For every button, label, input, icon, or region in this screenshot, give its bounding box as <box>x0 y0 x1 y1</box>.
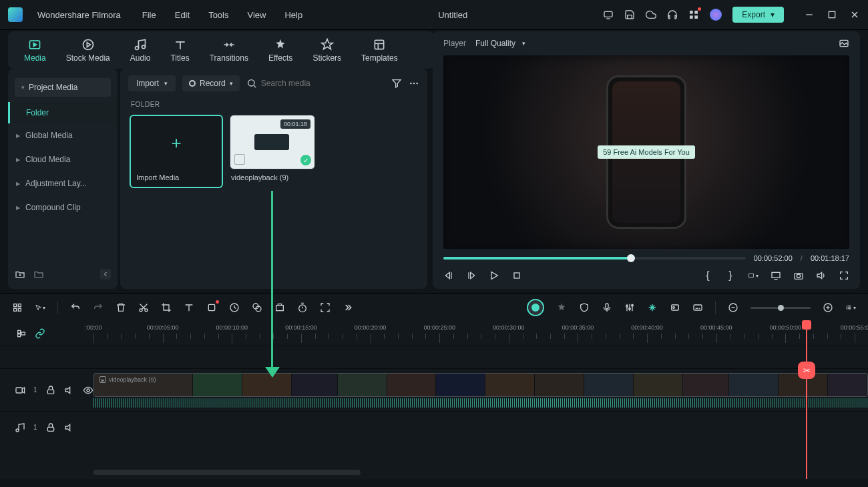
zoom-in-icon[interactable] <box>823 302 833 313</box>
project-media-select[interactable]: ▾ Project Media <box>15 78 111 97</box>
zoom-slider[interactable] <box>750 307 811 309</box>
progress-thumb[interactable] <box>627 254 635 262</box>
stop-icon[interactable] <box>511 270 522 281</box>
collapse-sidebar-icon[interactable] <box>100 269 111 280</box>
caption-icon[interactable] <box>692 302 703 313</box>
menu-view[interactable]: View <box>247 10 266 20</box>
marker-icon[interactable] <box>670 302 680 313</box>
import-button[interactable]: Import▾ <box>128 75 176 91</box>
search-input[interactable] <box>261 79 341 88</box>
minimize-icon[interactable] <box>804 9 815 20</box>
record-button[interactable]: Record ▾ <box>182 75 240 91</box>
mark-out-icon[interactable]: } <box>725 270 736 281</box>
select-tool-icon[interactable] <box>12 302 23 313</box>
cut-icon[interactable] <box>138 302 149 313</box>
tab-audio[interactable]: Audio <box>130 38 151 63</box>
headphones-icon[interactable] <box>667 9 678 20</box>
tab-stickers[interactable]: Stickers <box>312 38 341 63</box>
view-mode-icon[interactable]: ▾ <box>845 302 856 313</box>
timeline-scrollbar[interactable] <box>93 470 361 475</box>
tab-stock[interactable]: Stock Media <box>66 38 110 63</box>
scissor-icon[interactable]: ✂ <box>798 362 815 379</box>
next-frame-icon[interactable] <box>466 270 477 281</box>
tab-titles[interactable]: Titles <box>170 38 189 63</box>
undo-icon[interactable] <box>70 302 81 313</box>
tab-transitions[interactable]: Transitions <box>210 38 248 63</box>
mic-icon[interactable] <box>602 302 612 313</box>
close-icon[interactable] <box>849 9 860 20</box>
tab-media[interactable]: Media <box>24 38 46 63</box>
color-tool-icon[interactable] <box>252 302 262 313</box>
import-media-card[interactable]: + Import Media <box>130 115 223 188</box>
preview-viewport[interactable]: 59 Free Ai Models For You <box>443 55 849 249</box>
menu-file[interactable]: File <box>142 10 156 20</box>
delete-icon[interactable] <box>116 302 126 313</box>
timer-icon[interactable] <box>297 302 308 313</box>
search-box[interactable] <box>246 78 341 89</box>
duration-badge: 00:01:18 <box>280 119 310 129</box>
new-folder-icon[interactable] <box>15 269 25 280</box>
mask-tool-icon[interactable] <box>206 302 217 313</box>
playhead[interactable]: ✂ <box>806 322 807 479</box>
camera-icon[interactable] <box>793 270 804 281</box>
progress-bar[interactable] <box>443 257 746 260</box>
magnet-icon[interactable] <box>647 302 658 313</box>
lock-icon[interactable] <box>45 385 56 396</box>
track-manager-icon[interactable] <box>16 328 27 339</box>
sidebar-compound-clip[interactable]: ▶Compound Clip <box>8 195 118 219</box>
link-icon[interactable] <box>35 328 45 339</box>
shield-icon[interactable] <box>579 302 590 313</box>
snapshot-icon[interactable] <box>839 38 849 49</box>
zoom-thumb[interactable] <box>778 305 784 311</box>
aspect-icon[interactable]: ▾ <box>748 270 758 281</box>
cloud-icon[interactable] <box>646 9 656 20</box>
volume-icon[interactable] <box>816 270 827 281</box>
expand-icon[interactable] <box>320 302 331 313</box>
sidebar-folder-active[interactable]: Folder <box>8 102 118 123</box>
menu-edit[interactable]: Edit <box>175 10 190 20</box>
keyframe-tool-icon[interactable] <box>274 302 285 313</box>
sidebar-adjustment-layer[interactable]: ▶Adjustment Lay... <box>8 171 118 195</box>
sidebar-global-media[interactable]: ▶Global Media <box>8 123 118 147</box>
device-icon[interactable] <box>603 9 614 20</box>
export-button[interactable]: Export ▾ <box>732 7 784 23</box>
mixer-icon[interactable] <box>624 302 635 313</box>
more-icon[interactable] <box>409 78 419 89</box>
timeline-ruler[interactable]: :00:0000:00:05:0000:00:10:0000:00:15:000… <box>0 322 868 346</box>
speed-tool-icon[interactable] <box>229 302 240 313</box>
pointer-tool-icon[interactable]: ▾ <box>35 302 45 313</box>
filter-icon[interactable] <box>391 78 402 89</box>
video-track-body[interactable]: ▶videoplayback (9) <box>93 369 868 411</box>
tab-templates[interactable]: Templates <box>361 38 398 63</box>
playhead-knob[interactable] <box>802 320 811 330</box>
mute-icon[interactable] <box>64 385 75 396</box>
menu-help[interactable]: Help <box>284 10 302 20</box>
display-icon[interactable] <box>771 270 781 281</box>
text-tool-icon[interactable] <box>184 302 194 313</box>
tab-effects[interactable]: Effects <box>268 38 292 63</box>
sparkle-tool-icon[interactable] <box>556 302 567 313</box>
visibility-icon[interactable] <box>83 385 93 396</box>
lock-icon[interactable] <box>45 422 56 433</box>
quality-select[interactable]: Full Quality ▾ <box>475 39 525 48</box>
mark-in-icon[interactable]: { <box>702 270 713 281</box>
fullscreen-icon[interactable] <box>839 270 849 281</box>
play-icon[interactable] <box>489 270 499 281</box>
video-clip[interactable]: ▶videoplayback (9) <box>93 373 868 397</box>
folder-icon[interactable] <box>33 269 44 280</box>
user-avatar[interactable] <box>710 9 722 21</box>
save-icon[interactable] <box>624 9 635 20</box>
prev-frame-icon[interactable] <box>443 270 454 281</box>
zoom-out-icon[interactable] <box>728 302 738 313</box>
menu-tools[interactable]: Tools <box>208 10 228 20</box>
maximize-icon[interactable] <box>827 9 837 20</box>
more-tools-icon[interactable] <box>343 302 353 313</box>
redo-icon[interactable] <box>93 302 103 313</box>
apps-icon[interactable] <box>688 9 699 20</box>
video-thumbnail[interactable]: 00:01:18 ✓ videoplayback (9) <box>230 115 315 188</box>
mute-icon[interactable] <box>64 422 75 433</box>
audio-track-body[interactable] <box>93 412 868 443</box>
ai-tool-icon[interactable] <box>527 299 544 316</box>
crop-icon[interactable] <box>161 302 172 313</box>
sidebar-cloud-media[interactable]: ▶Cloud Media <box>8 147 118 171</box>
